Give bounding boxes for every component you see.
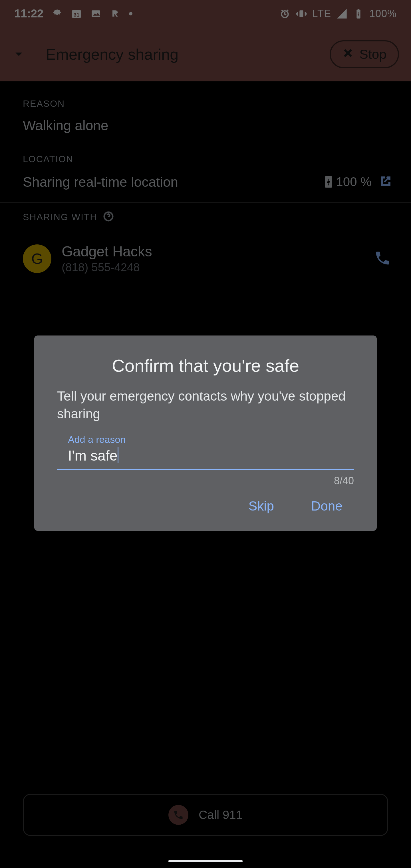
- svg-text:31: 31: [74, 12, 80, 18]
- status-left: 11:22 31: [14, 7, 132, 20]
- call-911-label: Call 911: [199, 808, 243, 822]
- collapse-chevron[interactable]: [12, 48, 26, 61]
- contact-info: Gadget Hacks (818) 555-4248: [62, 243, 363, 274]
- dialog-subtitle: Tell your emergency contacts why you've …: [57, 387, 354, 423]
- contact-phone: (818) 555-4248: [62, 261, 363, 274]
- location-value: Sharing real-time location: [23, 174, 318, 190]
- contact-name: Gadget Hacks: [62, 243, 363, 260]
- svg-rect-2: [92, 10, 100, 17]
- vibrate-icon: [296, 8, 307, 20]
- clock-time: 11:22: [14, 7, 43, 20]
- phone-icon[interactable]: [374, 250, 391, 268]
- reason-input[interactable]: [57, 446, 354, 470]
- location-row[interactable]: Sharing real-time location 100 %: [0, 167, 411, 202]
- page-title: Emergency sharing: [46, 45, 321, 63]
- location-label: LOCATION: [0, 145, 411, 167]
- location-battery: 100 %: [324, 175, 372, 189]
- battery-percent: 100%: [369, 8, 397, 20]
- network-lte: LTE: [312, 8, 331, 20]
- photos-icon: [90, 8, 102, 20]
- skip-button[interactable]: Skip: [249, 498, 274, 514]
- avatar-initial: G: [31, 250, 43, 267]
- svg-rect-8: [358, 9, 360, 10]
- call-911-button[interactable]: Call 911: [23, 794, 388, 836]
- reason-input-wrap: [57, 446, 354, 470]
- dialog-actions: Skip Done: [57, 487, 354, 517]
- app-bar: Emergency sharing Stop: [0, 27, 411, 82]
- dot-icon: [129, 12, 132, 16]
- battery-bolt-icon: [324, 175, 333, 189]
- sharing-with-label: SHARING WITH: [23, 212, 97, 222]
- sharing-with-row: SHARING WITH: [0, 203, 411, 226]
- signal-icon: [336, 8, 348, 20]
- done-button[interactable]: Done: [311, 498, 343, 514]
- page-content: REASON Walking alone LOCATION Sharing re…: [0, 82, 411, 282]
- status-bar: 11:22 31 LTE 100%: [0, 0, 411, 27]
- nyt-icon: [109, 8, 121, 20]
- location-battery-percent: 100 %: [336, 175, 372, 189]
- stop-label: Stop: [359, 46, 386, 62]
- dialog-title: Confirm that you're safe: [57, 355, 354, 376]
- reason-input-label: Add a reason: [68, 434, 354, 445]
- char-counter: 8/40: [57, 475, 354, 487]
- avatar: G: [23, 244, 51, 273]
- svg-marker-6: [337, 9, 347, 18]
- gesture-nav-handle[interactable]: [168, 860, 243, 862]
- text-caret: [118, 447, 119, 463]
- close-icon: [342, 46, 354, 62]
- svg-rect-5: [299, 10, 303, 17]
- calendar-icon: 31: [71, 8, 82, 20]
- confirm-safe-dialog: Confirm that you're safe Tell your emerg…: [34, 336, 377, 531]
- reason-value: Walking alone: [0, 112, 411, 145]
- help-icon[interactable]: [103, 211, 114, 223]
- contact-row[interactable]: G Gadget Hacks (818) 555-4248: [0, 226, 411, 282]
- alarm-icon: [279, 8, 290, 20]
- battery-icon: [353, 8, 364, 20]
- open-external-icon[interactable]: [377, 173, 394, 191]
- reason-label: REASON: [0, 90, 411, 112]
- stop-button[interactable]: Stop: [330, 40, 399, 68]
- phone-circle-icon: [168, 805, 188, 825]
- cog-icon: [51, 8, 63, 20]
- status-right: LTE 100%: [279, 8, 397, 20]
